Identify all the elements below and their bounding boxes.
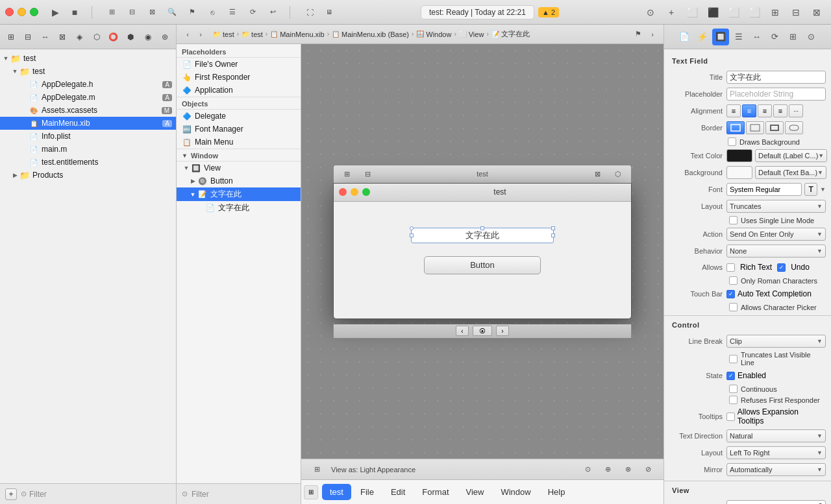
sidebar-item-info-plist[interactable]: 📄 Info.plist [0, 130, 176, 143]
nav-icon-6[interactable]: ⎋ [203, 3, 221, 21]
bc-window[interactable]: 🪟Window [416, 30, 451, 38]
canvas-ctrl-2[interactable]: ⊟ [358, 165, 377, 183]
bc-test[interactable]: 📁test [213, 30, 234, 38]
sidebar-item-mainmenu[interactable]: 📋 MainMenu.xib A [0, 117, 176, 130]
bc-warn-next[interactable]: › [647, 29, 658, 40]
library-icon[interactable]: + [662, 3, 680, 21]
layout-icon-3[interactable]: ⬜ [725, 3, 743, 21]
bg-swatch[interactable] [726, 166, 752, 179]
bc-mainmenu-base[interactable]: 📋MainMenu.xib (Base) [332, 30, 409, 38]
menu-tab-edit[interactable]: Edit [383, 484, 413, 500]
menu-tab-format[interactable]: Format [414, 484, 456, 500]
inspector-tab-identity[interactable]: 🔲 [712, 29, 729, 45]
sidebar-item-test-sub[interactable]: ▼ 📁 test [0, 65, 176, 78]
placeholder-application[interactable]: 🔷 Application [177, 84, 301, 97]
border-bezel-btn[interactable] [765, 121, 784, 134]
sidebar-tool-10[interactable]: ⊛ [158, 28, 172, 46]
nav-icon-1[interactable]: ⊞ [103, 3, 121, 21]
sidebar-item-main-m[interactable]: 📄 main.m [0, 143, 176, 156]
sidebar-tool-5[interactable]: ◈ [72, 28, 86, 46]
inspector-tab-effects[interactable]: ⊙ [803, 29, 820, 45]
allows-expansion-checkbox[interactable] [726, 413, 735, 421]
nav-icon-8[interactable]: ⟳ [243, 3, 262, 21]
sidebar-tool-8[interactable]: ⬢ [123, 28, 138, 46]
sidebar-tool-4[interactable]: ⊠ [55, 28, 69, 46]
sidebar-tool-1[interactable]: ⊞ [4, 28, 18, 46]
sidebar-item-test-root[interactable]: ▼ 📁 test [0, 52, 176, 65]
canvas-zoom-1[interactable]: ⊙ [578, 461, 597, 479]
inspector-tab-attrs[interactable]: ☰ [730, 29, 747, 45]
canvas-ctrl-1[interactable]: ⊞ [338, 165, 356, 183]
sidebar-item-entitlements[interactable]: 📄 test.entitlements [0, 156, 176, 169]
auto-text-checkbox[interactable] [726, 290, 735, 298]
canvas-zoom-3[interactable]: ⊗ [619, 461, 637, 479]
add-file-button[interactable]: + [5, 488, 17, 500]
inspector-tab-quick[interactable]: ⚡ [694, 29, 711, 45]
canvas-nav-2[interactable]: ⦿ [473, 326, 492, 336]
stop-button[interactable]: ■ [66, 3, 84, 21]
breadcrumb-forward[interactable]: › [195, 29, 206, 40]
single-line-checkbox[interactable] [729, 216, 738, 224]
close-button[interactable] [5, 8, 14, 16]
object-main-menu[interactable]: 📋 Main Menu [177, 136, 301, 149]
window-textfield-item[interactable]: ▼ 📝 文字在此 [177, 187, 301, 201]
truncates-last-checkbox[interactable] [729, 355, 738, 363]
align-center-btn[interactable]: ≡ [742, 104, 756, 117]
canvas-zoom-4[interactable]: ⊘ [639, 461, 657, 479]
warning-badge[interactable]: ▲ 2 [538, 7, 559, 18]
sidebar-tool-9[interactable]: ◉ [140, 28, 155, 46]
canvas-ctrl-4[interactable]: ⬡ [609, 165, 627, 183]
xib-maximize[interactable] [362, 188, 370, 196]
text-color-select[interactable]: Default (Label C...) ▼ [755, 149, 827, 162]
nav-icon-5[interactable]: ⚑ [183, 3, 201, 21]
minimize-button[interactable] [18, 8, 26, 16]
sidebar-tool-3[interactable]: ↔ [38, 28, 53, 46]
enabled-checkbox[interactable] [726, 372, 735, 380]
linebreak-select[interactable]: Clip ▼ [726, 335, 826, 348]
bc-view[interactable]: ⬜View [459, 30, 484, 38]
layout-icon-2[interactable]: ⬛ [704, 3, 722, 21]
nav-icon-9[interactable]: ↩ [264, 3, 282, 21]
canvas-nav-1[interactable]: ‹ [456, 326, 469, 336]
rich-text-checkbox[interactable] [726, 263, 735, 272]
only-roman-checkbox[interactable] [729, 276, 738, 285]
refuses-responder-checkbox[interactable] [729, 396, 738, 404]
font-input[interactable]: System Regular [726, 183, 802, 196]
debug-toggle[interactable]: ⊟ [787, 3, 805, 21]
nav-icon-4[interactable]: 🔍 [163, 3, 181, 21]
title-input[interactable]: 文字在此 [726, 71, 826, 84]
border-line-btn[interactable] [746, 121, 764, 134]
menu-tab-window[interactable]: Window [493, 484, 538, 500]
inspector-tab-file[interactable]: 📄 [676, 29, 693, 45]
menu-tab-test[interactable]: test [322, 484, 351, 500]
inspector-tab-size[interactable]: ↔ [749, 29, 765, 45]
align-right-btn[interactable]: ≡ [758, 104, 772, 117]
undo-checkbox[interactable] [777, 263, 786, 272]
layout-icon-4[interactable]: ⬜ [745, 3, 763, 21]
behavior-select[interactable]: None ▼ [726, 245, 826, 258]
object-delegate[interactable]: 🔷 Delegate [177, 110, 301, 123]
menu-toggle[interactable]: ⊞ [304, 485, 318, 499]
xib-minimize[interactable] [351, 188, 358, 196]
canvas-nav-3[interactable]: › [496, 326, 509, 336]
window-textfield-sub[interactable]: 📄 文字在此 [177, 201, 301, 215]
char-picker-checkbox[interactable] [729, 303, 738, 311]
sidebar-tool-6[interactable]: ⬡ [89, 28, 103, 46]
device-select[interactable]: 🖥 [320, 3, 338, 21]
inspector-tab-connections[interactable]: ⟳ [767, 29, 784, 45]
editor-toggle[interactable]: ⊠ [808, 3, 826, 21]
bc-mainmenu[interactable]: 📋MainMenu.xib [270, 30, 324, 38]
continuous-checkbox[interactable] [729, 385, 738, 393]
menu-tab-help[interactable]: Help [540, 484, 573, 500]
border-none-btn[interactable] [726, 121, 745, 134]
tag-input[interactable]: 0 [726, 500, 826, 504]
inspector-tab-bindings[interactable]: ⊞ [785, 29, 802, 45]
bc-test2[interactable]: 📁test [242, 30, 263, 38]
window-view-item[interactable]: ▼ 🔲 View [177, 162, 301, 174]
sidebar-item-appdelegate-m[interactable]: 📄 AppDelegate.m A [0, 91, 176, 104]
placeholder-first-responder[interactable]: 👆 First Responder [177, 71, 301, 84]
nav-icon-7[interactable]: ☰ [223, 3, 242, 21]
activity-icon[interactable]: ⊙ [641, 3, 660, 21]
object-font-manager[interactable]: 🔤 Font Manager [177, 123, 301, 136]
play-button[interactable]: ▶ [46, 3, 64, 21]
